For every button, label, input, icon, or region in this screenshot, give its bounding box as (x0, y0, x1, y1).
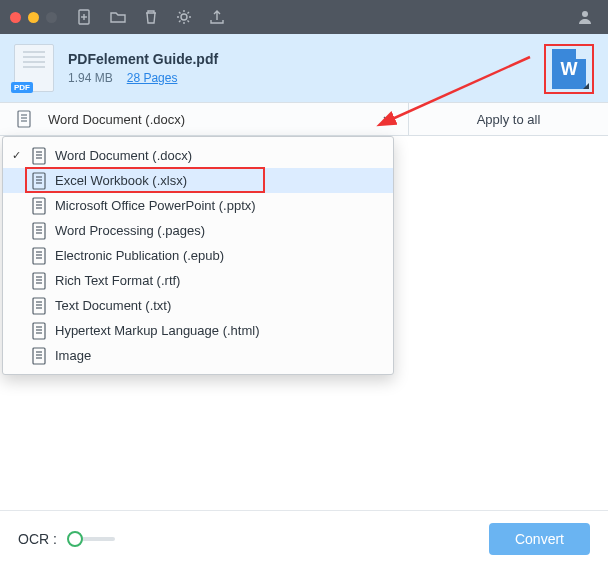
target-format-icon[interactable]: W (544, 44, 594, 94)
selected-format-label: Word Document (.docx) (48, 112, 185, 127)
pdf-badge: PDF (11, 82, 33, 93)
dropdown-item-label: Word Processing (.pages) (55, 223, 205, 238)
svg-rect-29 (33, 273, 45, 289)
svg-rect-33 (33, 298, 45, 314)
trash-icon[interactable] (142, 8, 160, 26)
convert-button[interactable]: Convert (489, 523, 590, 555)
document-icon (31, 323, 47, 339)
word-icon: W (552, 49, 586, 89)
minimize-window-button[interactable] (28, 12, 39, 23)
dropdown-item[interactable]: Text Document (.txt) (3, 293, 393, 318)
apply-to-all-label: Apply to all (477, 112, 541, 127)
bottom-bar: OCR : Convert (0, 510, 608, 566)
add-file-icon[interactable] (76, 8, 94, 26)
format-dropdown: ✓Word Document (.docx)Excel Workbook (.x… (2, 136, 394, 375)
dropdown-item[interactable]: ✓Word Document (.docx) (3, 143, 393, 168)
file-name: PDFelement Guide.pdf (68, 51, 218, 67)
dropdown-item-label: Rich Text Format (.rtf) (55, 273, 180, 288)
apply-to-all-button[interactable]: Apply to all (408, 103, 608, 135)
svg-point-4 (582, 11, 588, 17)
document-icon (31, 298, 47, 314)
document-icon (31, 273, 47, 289)
dropdown-item-label: Hypertext Markup Language (.html) (55, 323, 259, 338)
format-row-icon (0, 110, 48, 128)
ocr-toggle[interactable] (67, 530, 115, 548)
folder-icon[interactable] (109, 8, 127, 26)
dropdown-item[interactable]: Rich Text Format (.rtf) (3, 268, 393, 293)
file-size: 1.94 MB (68, 71, 113, 85)
svg-rect-25 (33, 248, 45, 264)
file-info: PDFelement Guide.pdf 1.94 MB 28 Pages (68, 51, 218, 85)
format-row: Word Document (.docx) Apply to all (0, 102, 608, 136)
window-controls (10, 12, 57, 23)
close-window-button[interactable] (10, 12, 21, 23)
check-icon: ✓ (9, 149, 23, 162)
svg-rect-9 (33, 148, 45, 164)
dropdown-item-label: Microsoft Office PowerPoint (.pptx) (55, 198, 256, 213)
document-icon (16, 110, 32, 128)
document-icon (31, 148, 47, 164)
page-count-link[interactable]: 28 Pages (127, 71, 178, 85)
svg-rect-5 (18, 111, 30, 127)
file-thumbnail: PDF (14, 44, 54, 92)
expand-corner-icon (583, 83, 589, 89)
document-icon (31, 223, 47, 239)
document-icon (31, 198, 47, 214)
account-icon[interactable] (576, 8, 594, 26)
chevron-down-icon[interactable] (368, 113, 408, 125)
dropdown-item[interactable]: Image (3, 343, 393, 368)
format-dropdown-trigger[interactable]: Word Document (.docx) (48, 112, 368, 127)
word-icon-letter: W (561, 59, 578, 80)
export-icon[interactable] (208, 8, 226, 26)
document-icon (31, 248, 47, 264)
dropdown-item-label: Text Document (.txt) (55, 298, 171, 313)
svg-rect-41 (33, 348, 45, 364)
dropdown-item[interactable]: Word Processing (.pages) (3, 218, 393, 243)
dropdown-item[interactable]: Excel Workbook (.xlsx) (3, 168, 393, 193)
dropdown-item-label: Word Document (.docx) (55, 148, 192, 163)
dropdown-item-label: Electronic Publication (.epub) (55, 248, 224, 263)
svg-rect-21 (33, 223, 45, 239)
zoom-window-button[interactable] (46, 12, 57, 23)
file-card: PDF PDFelement Guide.pdf 1.94 MB 28 Page… (0, 34, 608, 102)
gear-icon[interactable] (175, 8, 193, 26)
dropdown-item-label: Excel Workbook (.xlsx) (55, 173, 187, 188)
svg-rect-17 (33, 198, 45, 214)
titlebar (0, 0, 608, 34)
svg-rect-13 (33, 173, 45, 189)
document-icon (31, 348, 47, 364)
ocr-label: OCR : (18, 531, 57, 547)
document-icon (31, 173, 47, 189)
svg-point-3 (181, 14, 187, 20)
svg-rect-37 (33, 323, 45, 339)
dropdown-item-label: Image (55, 348, 91, 363)
dropdown-item[interactable]: Electronic Publication (.epub) (3, 243, 393, 268)
dropdown-item[interactable]: Hypertext Markup Language (.html) (3, 318, 393, 343)
dropdown-item[interactable]: Microsoft Office PowerPoint (.pptx) (3, 193, 393, 218)
